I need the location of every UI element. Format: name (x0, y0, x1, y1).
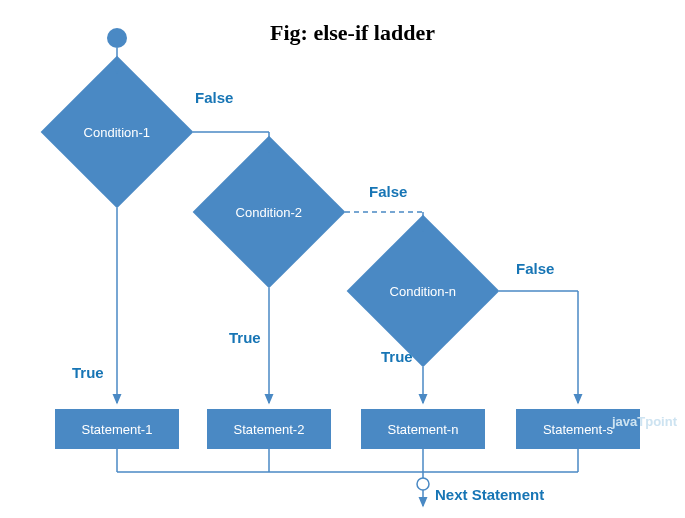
statement-1-box: Statement-1 (55, 409, 179, 449)
condition-n-label: Condition-n (390, 284, 457, 299)
watermark: javaTpoint (612, 414, 677, 429)
condition-1-diamond: Condition-1 (41, 56, 194, 209)
start-node (107, 28, 127, 48)
svg-point-15 (417, 478, 429, 490)
true-label-3: True (381, 348, 413, 365)
statement-n-label: Statement-n (388, 422, 459, 437)
true-label-1: True (72, 364, 104, 381)
statement-s-label: Statement-s (543, 422, 613, 437)
true-label-2: True (229, 329, 261, 346)
condition-1-label: Condition-1 (84, 125, 151, 140)
condition-n-diamond: Condition-n (347, 215, 500, 368)
false-label-3: False (516, 260, 554, 277)
statement-n-box: Statement-n (361, 409, 485, 449)
statement-2-label: Statement-2 (234, 422, 305, 437)
next-statement-label: Next Statement (435, 486, 544, 503)
condition-2-diamond: Condition-2 (193, 136, 346, 289)
condition-2-label: Condition-2 (236, 205, 303, 220)
statement-1-label: Statement-1 (82, 422, 153, 437)
false-label-1: False (195, 89, 233, 106)
svg-line-17 (410, 472, 418, 480)
false-label-2: False (369, 183, 407, 200)
statement-2-box: Statement-2 (207, 409, 331, 449)
diagram-title: Fig: else-if ladder (270, 20, 435, 46)
